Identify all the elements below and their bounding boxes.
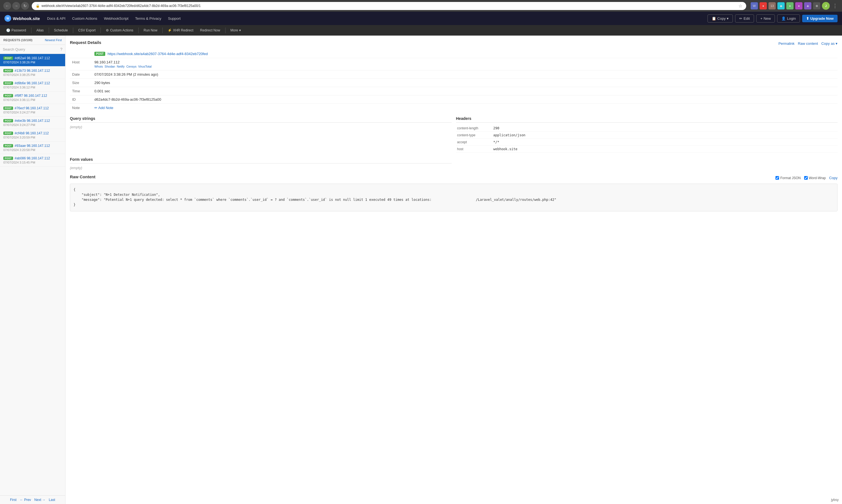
list-item[interactable]: POST #13b73 98.160.147.112 07/07/2024 3:… — [0, 67, 65, 79]
nav-custom-actions[interactable]: Custom Actions — [69, 15, 100, 22]
search-input[interactable] — [3, 47, 58, 52]
request-id: #76ecf 98.160.147.112 — [15, 106, 49, 110]
xhr-icon: ⚡ — [168, 29, 172, 32]
help-icon[interactable]: ? — [60, 47, 62, 52]
word-wrap-label[interactable]: Word-Wrap — [804, 176, 826, 180]
list-item[interactable]: POST #ebe3b 98.160.147.112 07/07/2024 3:… — [0, 116, 65, 129]
toolbar-alias[interactable]: Alias — [34, 27, 47, 34]
ext-1[interactable]: W — [751, 2, 758, 10]
list-item[interactable]: POST #d62a4 98.160.147.112 07/07/2024 3:… — [0, 54, 65, 67]
toolbar-custom-actions[interactable]: ⚙ Custom Actions — [103, 27, 136, 34]
reload-button[interactable]: ↻ — [21, 2, 29, 10]
copy-as-link[interactable]: Copy as ▾ — [821, 41, 838, 46]
back-button[interactable]: ← — [3, 2, 11, 10]
ext-2[interactable]: ● — [760, 2, 767, 10]
login-button[interactable]: 👤 Login — [777, 15, 800, 22]
ext-8[interactable]: ⊕ — [813, 2, 820, 10]
format-json-checkbox[interactable] — [775, 176, 779, 180]
censys-link[interactable]: Censys — [126, 65, 137, 68]
request-item-top: POST #f9ff7 98.160.147.112 — [3, 94, 62, 97]
permalink-link[interactable]: Permalink — [778, 41, 795, 46]
nav-docs[interactable]: Docs & API — [44, 15, 68, 22]
request-item-top: POST #93aae 98.160.147.112 — [3, 144, 62, 148]
forward-button[interactable]: → — [12, 2, 20, 10]
ext-5[interactable]: ● — [786, 2, 793, 10]
user-avatar[interactable]: J — [822, 2, 830, 10]
next-page-button[interactable]: Next → — [34, 498, 46, 502]
header-value: 290 — [492, 125, 838, 132]
logo-icon: W — [4, 15, 11, 22]
ext-6[interactable]: ● — [795, 2, 803, 10]
sidebar-pagination: First ← Prev Next → Last — [0, 496, 65, 504]
prev-page-button[interactable]: ← Prev — [20, 498, 31, 502]
nav-webhookscript[interactable]: WebhookScript — [101, 15, 131, 22]
form-values-title: Form values — [70, 157, 452, 164]
netify-link[interactable]: Netify — [117, 65, 125, 68]
request-id: #f9ff7 98.160.147.112 — [15, 94, 47, 97]
new-button[interactable]: + New — [756, 15, 775, 22]
raw-content-link[interactable]: Raw content — [798, 41, 818, 46]
request-id: #13b73 98.160.147.112 — [15, 69, 50, 73]
toolbar-redirect-now[interactable]: Redirect Now — [197, 27, 223, 34]
copy-button[interactable]: 📋 Copy ▾ — [707, 15, 733, 22]
plus-icon: + — [760, 16, 763, 21]
word-wrap-checkbox[interactable] — [804, 176, 808, 180]
nav-support[interactable]: Support — [165, 15, 184, 22]
toolbar-schedule[interactable]: Schedule — [51, 27, 71, 34]
ext-7[interactable]: ◈ — [804, 2, 811, 10]
list-item[interactable]: POST #d9b6e 98.160.147.112 07/07/2024 3:… — [0, 79, 65, 91]
request-item-top: POST #d9b6e 98.160.147.112 — [3, 81, 62, 85]
request-item-top: POST #ebe3b 98.160.147.112 — [3, 119, 62, 123]
raw-copy-button[interactable]: Copy — [829, 176, 838, 180]
method-badge: POST — [3, 56, 13, 60]
format-json-label[interactable]: Format JSON — [775, 176, 801, 180]
header-value: application/json — [492, 132, 838, 139]
requests-count: REQUESTS (10/100) — [3, 38, 33, 42]
form-empty: (empty) — [70, 166, 452, 170]
raw-content-header: Raw Content Format JSON Word-Wrap Copy — [70, 175, 838, 181]
header-row: content-length 290 — [456, 125, 838, 132]
request-id: #cf4b8 98.160.147.112 — [15, 131, 49, 135]
note-row: Note ✏ Add Note — [70, 104, 838, 112]
header-actions: 📋 Copy ▾ ✏ Edit + New 👤 Login ⬆ Upgrade … — [707, 15, 838, 22]
ext-4[interactable]: ◆ — [777, 2, 785, 10]
virustotal-link[interactable]: VirusTotal — [138, 65, 152, 68]
star-icon[interactable]: ☆ — [738, 3, 742, 8]
toolbar-more[interactable]: More ▾ — [228, 27, 244, 34]
request-item-top: POST #d62a4 98.160.147.112 — [3, 56, 62, 60]
clock-icon: 🕐 — [6, 29, 10, 32]
edit-button[interactable]: ✏ Edit — [735, 15, 754, 22]
browser-nav-buttons: ← → ↻ — [3, 2, 29, 10]
logo: W Webhook.site — [4, 15, 40, 22]
list-item[interactable]: POST #76ecf 98.160.147.112 07/07/2024 3:… — [0, 104, 65, 116]
browser-menu[interactable]: ⋮ — [831, 2, 839, 10]
list-item[interactable]: POST #93aae 98.160.147.112 07/07/2024 3:… — [0, 142, 65, 154]
address-bar[interactable]: 🔒 webhook.site/#!/view/a4ab2607-3764-4d4… — [32, 2, 746, 10]
list-item[interactable]: POST #f9ff7 98.160.147.112 07/07/2024 3:… — [0, 91, 65, 104]
upgrade-button[interactable]: ⬆ Upgrade Now — [802, 15, 838, 22]
request-url[interactable]: https://webhook.site/a4ab2607-3764-4d4e-… — [107, 52, 208, 56]
date-row: Date 07/07/2024 3:38:26 PM (2 minutes ag… — [70, 70, 838, 79]
toolbar-xhr[interactable]: ⚡ XHR Redirect — [165, 27, 196, 34]
url-value: POST https://webhook.site/a4ab2607-3764-… — [92, 50, 838, 58]
date-value: 07/07/2024 3:38:26 PM (2 minutes ago) — [92, 70, 838, 79]
headers-title: Headers — [456, 116, 838, 123]
copy-dropdown-arrow: ▾ — [727, 16, 729, 21]
whois-link[interactable]: Whois — [94, 65, 103, 68]
toolbar-password[interactable]: 🕐 Password — [3, 27, 29, 34]
first-page-button[interactable]: First — [10, 498, 16, 502]
last-page-button[interactable]: Last — [49, 498, 55, 502]
nav-terms[interactable]: Terms & Privacy — [132, 15, 164, 22]
add-note-button[interactable]: ✏ Add Note — [94, 106, 835, 110]
toolbar-run-now[interactable]: Run Now — [141, 27, 160, 34]
toolbar-separator-2 — [49, 28, 49, 33]
toolbar-csv[interactable]: CSV Export — [75, 27, 99, 34]
ext-3[interactable]: 13 — [769, 2, 776, 10]
note-label: Note — [70, 104, 92, 112]
shodan-link[interactable]: Shodan — [105, 65, 115, 68]
form-values-row: Form values (empty) — [70, 157, 838, 170]
method-badge: POST — [3, 131, 13, 135]
list-item[interactable]: POST #ab086 98.160.147.112 07/07/2024 3:… — [0, 154, 65, 167]
sort-label[interactable]: Newest First — [45, 38, 62, 42]
list-item[interactable]: POST #cf4b8 98.160.147.112 07/07/2024 3:… — [0, 129, 65, 142]
